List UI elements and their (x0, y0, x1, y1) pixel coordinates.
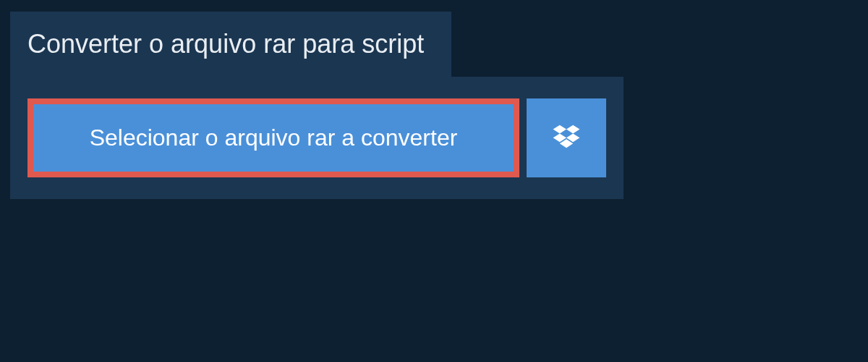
dropbox-button[interactable] (527, 98, 606, 177)
converter-container: Converter o arquivo rar para script Sele… (0, 0, 868, 199)
select-file-label: Selecionar o arquivo rar a converter (90, 125, 458, 151)
converter-tab-header: Converter o arquivo rar para script (10, 12, 451, 77)
svg-marker-1 (566, 125, 579, 133)
select-file-button[interactable]: Selecionar o arquivo rar a converter (27, 98, 519, 177)
svg-marker-0 (553, 125, 566, 133)
converter-panel: Selecionar o arquivo rar a converter (10, 77, 624, 199)
dropbox-icon (551, 123, 582, 153)
page-title: Converter o arquivo rar para script (27, 29, 424, 59)
